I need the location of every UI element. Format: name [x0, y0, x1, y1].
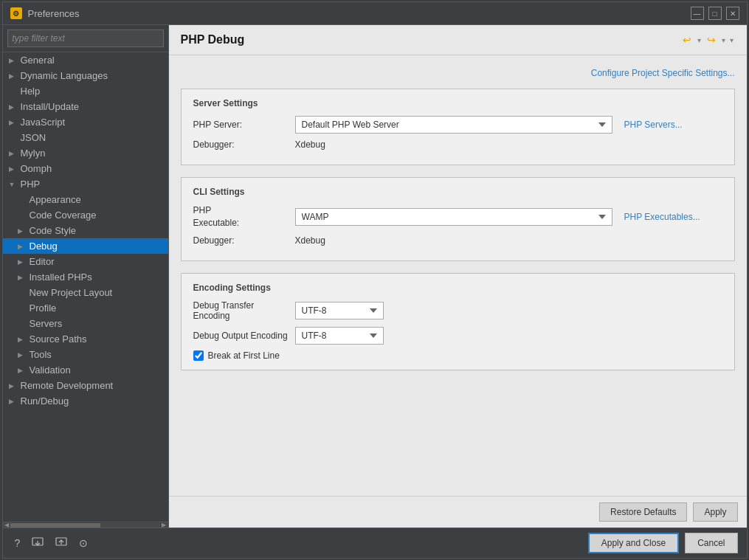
restore-defaults-button[interactable]: Restore Defaults [599, 502, 687, 522]
search-box [3, 25, 168, 52]
bottom-buttons: Apply and Close Cancel [588, 533, 738, 553]
sidebar-item-debug[interactable]: ▶Debug [3, 238, 168, 254]
sidebar-item-label: Mylyn [21, 148, 46, 159]
sidebar-item-editor[interactable]: ▶Editor [3, 254, 168, 269]
encoding-settings-label: Encoding Settings [193, 283, 722, 293]
sidebar-item-json[interactable]: JSON [3, 130, 168, 145]
preferences-icon: ⚙ [10, 7, 22, 19]
close-button[interactable]: ✕ [726, 7, 739, 20]
expand-arrow: ▶ [18, 243, 27, 250]
back-button[interactable]: ↩ [680, 32, 694, 47]
executable-dropdown[interactable]: WAMP [295, 208, 612, 226]
sidebar-item-installed-phps[interactable]: ▶Installed PHPs [3, 269, 168, 285]
sidebar-item-remote-development[interactable]: ▶Remote Development [3, 378, 168, 393]
output-encoding-dropdown[interactable]: UTF-8 UTF-16 ISO-8859-1 [295, 327, 384, 345]
sidebar-item-label: New Project Layout [30, 287, 113, 298]
server-settings-section: Server Settings PHP Server: Default PHP … [181, 89, 735, 165]
sidebar-item-servers[interactable]: Servers [3, 316, 168, 331]
sidebar-item-install-update[interactable]: ▶Install/Update [3, 99, 168, 114]
sidebar-item-help[interactable]: Help [3, 83, 168, 99]
server-dropdown[interactable]: Default PHP Web Server [295, 116, 612, 134]
title-bar: ⚙ Preferences — □ ✕ [3, 2, 747, 25]
restore-button[interactable]: □ [708, 7, 722, 20]
sidebar-item-validation[interactable]: ▶Validation [3, 362, 168, 378]
sidebar-item-mylyn[interactable]: ▶Mylyn [3, 145, 168, 161]
sidebar-item-tools[interactable]: ▶Tools [3, 347, 168, 362]
minimize-button[interactable]: — [691, 7, 704, 20]
transfer-encoding-label: Debug Transfer Encoding [193, 300, 289, 321]
forward-button[interactable]: ↪ [704, 32, 719, 47]
tree-container: ▶General▶Dynamic Languages Help▶Install/… [3, 52, 168, 522]
expand-arrow: ▶ [9, 150, 18, 157]
sidebar-item-label: General [21, 55, 55, 66]
sidebar-item-javascript[interactable]: ▶JavaScript [3, 114, 168, 130]
cancel-button[interactable]: Cancel [685, 533, 737, 553]
scroll-left-button[interactable]: ◀ [3, 522, 11, 528]
server-row: PHP Server: Default PHP Web Server PHP S… [193, 116, 722, 134]
break-first-line-checkbox[interactable] [193, 350, 204, 361]
apply-and-close-button[interactable]: Apply and Close [588, 533, 679, 553]
server-debugger-row: Debugger: Xdebug [193, 139, 722, 150]
sidebar-item-label: JSON [21, 132, 46, 143]
back-dropdown-button[interactable]: ▾ [696, 35, 703, 46]
break-first-line-label: Break at First Line [208, 350, 280, 361]
preferences-dialog: ⚙ Preferences — □ ✕ ▶General▶Dynamic Lan… [2, 1, 748, 559]
settings-circle-button[interactable]: ⊙ [76, 536, 91, 550]
sidebar-item-general[interactable]: ▶General [3, 52, 168, 68]
sidebar-item-label: Installed PHPs [30, 272, 92, 283]
help-icon-button[interactable]: ? [12, 536, 24, 550]
expand-arrow: ▶ [18, 227, 27, 235]
break-first-line-row: Break at First Line [193, 350, 722, 361]
sidebar-item-new-project-layout[interactable]: New Project Layout [3, 285, 168, 300]
sidebar-item-run-debug[interactable]: ▶Run/Debug [3, 393, 168, 409]
server-debugger-value: Xdebug [295, 139, 325, 150]
transfer-encoding-dropdown[interactable]: UTF-8 UTF-16 ISO-8859-1 [295, 302, 384, 319]
expand-arrow: ▶ [9, 119, 18, 126]
expand-arrow: ▶ [18, 351, 27, 359]
sidebar-item-php[interactable]: ▼PHP [3, 176, 168, 192]
configure-link-container: Configure Project Specific Settings... [181, 67, 735, 78]
sidebar-item-dynamic-languages[interactable]: ▶Dynamic Languages [3, 68, 168, 83]
php-servers-link[interactable]: PHP Servers... [624, 120, 683, 130]
expand-arrow: ▶ [9, 103, 18, 111]
sidebar-item-label: Dynamic Languages [21, 70, 108, 81]
sidebar-item-label: Servers [30, 318, 63, 329]
sidebar-item-label: Code Coverage [30, 210, 97, 221]
scroll-right-button[interactable]: ▶ [160, 522, 168, 528]
sidebar-item-appearance[interactable]: Appearance [3, 192, 168, 207]
dialog-body: ▶General▶Dynamic Languages Help▶Install/… [3, 25, 747, 528]
configure-link[interactable]: Configure Project Specific Settings... [591, 68, 735, 78]
expand-arrow: ▶ [9, 72, 18, 80]
sidebar-item-label: Help [21, 86, 41, 97]
expand-arrow: ▶ [9, 398, 18, 405]
nav-arrows: ↩ ▾ ↪ ▾ ▾ [680, 32, 735, 47]
sidebar-item-code-coverage[interactable]: Code Coverage [3, 207, 168, 223]
cli-settings-label: CLI Settings [193, 187, 722, 197]
sidebar-item-label: Validation [30, 364, 71, 376]
expand-arrow: ▶ [18, 367, 27, 374]
output-encoding-label: Debug Output Encoding [193, 331, 289, 341]
forward-dropdown-button[interactable]: ▾ [720, 35, 727, 46]
h-scrollbar-thumb [10, 523, 100, 528]
export-button[interactable] [52, 536, 70, 551]
menu-dropdown-button[interactable]: ▾ [728, 35, 735, 46]
sidebar-item-label: Tools [30, 349, 52, 360]
php-executables-link[interactable]: PHP Executables... [624, 212, 700, 222]
content-header: PHP Debug ↩ ▾ ↪ ▾ ▾ [169, 25, 747, 55]
search-input[interactable] [7, 30, 164, 47]
expand-arrow: ▶ [9, 165, 18, 173]
apply-button[interactable]: Apply [693, 502, 737, 522]
transfer-encoding-row: Debug Transfer Encoding UTF-8 UTF-16 ISO… [193, 300, 722, 321]
title-bar-left: ⚙ Preferences [10, 7, 80, 19]
cli-debugger-row: Debugger: Xdebug [193, 235, 722, 246]
sidebar-item-code-style[interactable]: ▶Code Style [3, 223, 168, 238]
content-panel: PHP Debug ↩ ▾ ↪ ▾ ▾ Configure Project Sp… [169, 25, 747, 528]
server-debugger-label: Debugger: [193, 139, 289, 150]
sidebar-item-oomph[interactable]: ▶Oomph [3, 161, 168, 176]
sidebar-item-label: Oomph [21, 163, 52, 174]
expand-arrow: ▶ [9, 57, 18, 64]
import-button[interactable] [29, 536, 46, 551]
dialog-title: Preferences [28, 8, 80, 19]
sidebar-item-profile[interactable]: Profile [3, 300, 168, 316]
sidebar-item-source-paths[interactable]: ▶Source Paths [3, 331, 168, 347]
